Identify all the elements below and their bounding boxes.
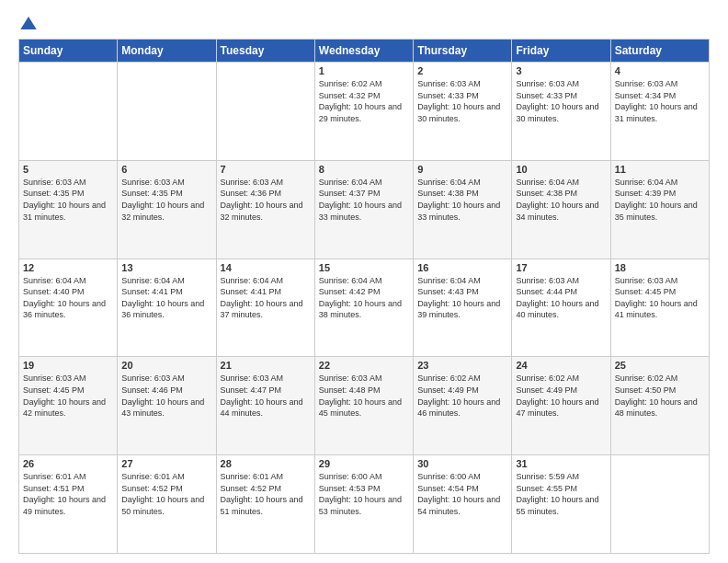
header [18, 17, 710, 29]
day-number: 20 [121, 360, 211, 371]
day-number: 22 [319, 360, 409, 371]
col-sunday: Sunday [19, 40, 118, 63]
table-row: 30 Sunrise: 6:00 AMSunset: 4:54 PMDaylig… [414, 455, 512, 554]
day-number: 28 [221, 458, 311, 469]
calendar-week-row: 5 Sunrise: 6:03 AMSunset: 4:35 PMDayligh… [19, 160, 710, 259]
table-row: 25 Sunrise: 6:02 AMSunset: 4:50 PMDaylig… [610, 357, 709, 455]
day-info: Sunrise: 6:03 AMSunset: 4:45 PMDaylight:… [23, 373, 106, 418]
day-number: 1 [319, 65, 409, 76]
col-tuesday: Tuesday [216, 40, 314, 63]
day-info: Sunrise: 6:04 AMSunset: 4:41 PMDaylight:… [221, 276, 303, 320]
table-row [19, 63, 118, 161]
table-row: 14 Sunrise: 6:04 AMSunset: 4:41 PMDaylig… [216, 259, 314, 357]
table-row: 5 Sunrise: 6:03 AMSunset: 4:35 PMDayligh… [19, 160, 118, 259]
day-info: Sunrise: 6:04 AMSunset: 4:42 PMDaylight:… [319, 276, 402, 320]
day-number: 11 [615, 164, 705, 175]
table-row: 8 Sunrise: 6:04 AMSunset: 4:37 PMDayligh… [314, 160, 413, 259]
day-number: 8 [319, 164, 409, 175]
day-number: 25 [615, 360, 705, 371]
calendar-header-row: Sunday Monday Tuesday Wednesday Thursday… [19, 40, 710, 63]
day-info: Sunrise: 6:03 AMSunset: 4:45 PMDaylight:… [615, 276, 698, 320]
table-row: 21 Sunrise: 6:03 AMSunset: 4:47 PMDaylig… [216, 357, 314, 455]
day-number: 13 [121, 262, 211, 273]
day-number: 5 [23, 164, 113, 175]
day-info: Sunrise: 6:03 AMSunset: 4:47 PMDaylight:… [221, 373, 303, 418]
day-number: 10 [516, 164, 606, 175]
table-row: 6 Sunrise: 6:03 AMSunset: 4:35 PMDayligh… [118, 160, 216, 259]
table-row: 7 Sunrise: 6:03 AMSunset: 4:36 PMDayligh… [216, 160, 314, 259]
day-info: Sunrise: 6:03 AMSunset: 4:33 PMDaylight:… [516, 79, 598, 123]
table-row: 23 Sunrise: 6:02 AMSunset: 4:49 PMDaylig… [414, 357, 512, 455]
day-number: 17 [516, 262, 606, 273]
table-row: 4 Sunrise: 6:03 AMSunset: 4:34 PMDayligh… [610, 63, 709, 161]
calendar-week-row: 26 Sunrise: 6:01 AMSunset: 4:51 PMDaylig… [19, 455, 710, 554]
table-row: 28 Sunrise: 6:01 AMSunset: 4:52 PMDaylig… [216, 455, 314, 554]
table-row: 12 Sunrise: 6:04 AMSunset: 4:40 PMDaylig… [19, 259, 118, 357]
day-number: 27 [121, 458, 211, 469]
table-row: 10 Sunrise: 6:04 AMSunset: 4:38 PMDaylig… [512, 160, 610, 259]
table-row: 2 Sunrise: 6:03 AMSunset: 4:33 PMDayligh… [414, 63, 512, 161]
day-info: Sunrise: 6:00 AMSunset: 4:53 PMDaylight:… [319, 472, 402, 516]
col-wednesday: Wednesday [314, 40, 413, 63]
table-row: 13 Sunrise: 6:04 AMSunset: 4:41 PMDaylig… [118, 259, 216, 357]
day-number: 21 [221, 360, 311, 371]
col-saturday: Saturday [610, 40, 709, 63]
table-row: 9 Sunrise: 6:04 AMSunset: 4:38 PMDayligh… [414, 160, 512, 259]
col-thursday: Thursday [414, 40, 512, 63]
day-info: Sunrise: 6:03 AMSunset: 4:44 PMDaylight:… [516, 276, 598, 320]
day-number: 4 [615, 65, 705, 76]
day-number: 16 [417, 262, 507, 273]
day-number: 24 [516, 360, 606, 371]
day-number: 19 [23, 360, 113, 371]
day-number: 3 [516, 65, 606, 76]
calendar-table: Sunday Monday Tuesday Wednesday Thursday… [18, 39, 710, 554]
table-row: 15 Sunrise: 6:04 AMSunset: 4:42 PMDaylig… [314, 259, 413, 357]
day-number: 2 [417, 65, 507, 76]
table-row: 31 Sunrise: 5:59 AMSunset: 4:55 PMDaylig… [512, 455, 610, 554]
day-info: Sunrise: 6:01 AMSunset: 4:52 PMDaylight:… [221, 472, 303, 516]
day-info: Sunrise: 6:04 AMSunset: 4:40 PMDaylight:… [23, 276, 106, 320]
table-row: 29 Sunrise: 6:00 AMSunset: 4:53 PMDaylig… [314, 455, 413, 554]
day-info: Sunrise: 6:03 AMSunset: 4:35 PMDaylight:… [121, 178, 204, 222]
table-row: 19 Sunrise: 6:03 AMSunset: 4:45 PMDaylig… [19, 357, 118, 455]
table-row: 1 Sunrise: 6:02 AMSunset: 4:32 PMDayligh… [314, 63, 413, 161]
calendar-week-row: 1 Sunrise: 6:02 AMSunset: 4:32 PMDayligh… [19, 63, 710, 161]
table-row: 17 Sunrise: 6:03 AMSunset: 4:44 PMDaylig… [512, 259, 610, 357]
calendar-page: Sunday Monday Tuesday Wednesday Thursday… [0, 0, 728, 563]
logo [18, 17, 37, 29]
day-number: 15 [319, 262, 409, 273]
calendar-week-row: 19 Sunrise: 6:03 AMSunset: 4:45 PMDaylig… [19, 357, 710, 455]
table-row [610, 455, 709, 554]
table-row: 26 Sunrise: 6:01 AMSunset: 4:51 PMDaylig… [19, 455, 118, 554]
day-number: 30 [417, 458, 507, 469]
day-info: Sunrise: 6:02 AMSunset: 4:50 PMDaylight:… [615, 373, 698, 418]
table-row [216, 63, 314, 161]
day-number: 9 [417, 164, 507, 175]
day-info: Sunrise: 6:04 AMSunset: 4:38 PMDaylight:… [516, 178, 598, 222]
logo-icon [20, 17, 37, 29]
day-info: Sunrise: 6:04 AMSunset: 4:39 PMDaylight:… [615, 178, 698, 222]
table-row: 16 Sunrise: 6:04 AMSunset: 4:43 PMDaylig… [414, 259, 512, 357]
day-info: Sunrise: 6:03 AMSunset: 4:34 PMDaylight:… [615, 79, 698, 123]
day-info: Sunrise: 6:03 AMSunset: 4:36 PMDaylight:… [221, 178, 303, 222]
day-info: Sunrise: 6:02 AMSunset: 4:32 PMDaylight:… [319, 79, 402, 123]
day-number: 31 [516, 458, 606, 469]
table-row: 18 Sunrise: 6:03 AMSunset: 4:45 PMDaylig… [610, 259, 709, 357]
day-info: Sunrise: 6:04 AMSunset: 4:41 PMDaylight:… [121, 276, 204, 320]
col-monday: Monday [118, 40, 216, 63]
day-number: 12 [23, 262, 113, 273]
day-info: Sunrise: 6:01 AMSunset: 4:52 PMDaylight:… [121, 472, 204, 516]
table-row: 3 Sunrise: 6:03 AMSunset: 4:33 PMDayligh… [512, 63, 610, 161]
table-row: 24 Sunrise: 6:02 AMSunset: 4:49 PMDaylig… [512, 357, 610, 455]
day-info: Sunrise: 6:03 AMSunset: 4:35 PMDaylight:… [23, 178, 106, 222]
day-info: Sunrise: 6:00 AMSunset: 4:54 PMDaylight:… [417, 472, 500, 516]
day-info: Sunrise: 6:03 AMSunset: 4:48 PMDaylight:… [319, 373, 402, 418]
day-number: 29 [319, 458, 409, 469]
svg-marker-0 [20, 17, 37, 29]
day-number: 26 [23, 458, 113, 469]
day-number: 7 [221, 164, 311, 175]
day-info: Sunrise: 6:02 AMSunset: 4:49 PMDaylight:… [417, 373, 500, 418]
table-row [118, 63, 216, 161]
day-number: 6 [121, 164, 211, 175]
day-info: Sunrise: 6:03 AMSunset: 4:46 PMDaylight:… [121, 373, 204, 418]
